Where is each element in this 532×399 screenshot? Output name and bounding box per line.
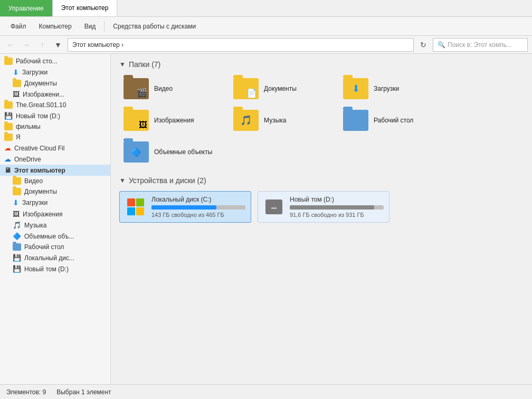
music-icon: 🎵: [13, 221, 21, 229]
win-q2: [136, 198, 144, 206]
drive-icon: 💾: [4, 112, 13, 120]
drive-d-name: Новый том (D:): [290, 196, 384, 203]
folder-images[interactable]: 🖼 Изображения: [119, 107, 225, 134]
onedrive-icon: ☁: [4, 155, 11, 163]
devices-section-title: ▼ Устройства и диски (2): [119, 176, 524, 185]
chevron-icon: ▼: [119, 177, 126, 184]
ribbon-file[interactable]: Файл: [4, 21, 33, 32]
sidebar-item-images[interactable]: 🖼 Изображени...: [0, 89, 110, 100]
download-folder-icon: ⬇: [343, 78, 368, 99]
tab-upravlenie[interactable]: Управление: [0, 0, 53, 16]
sidebar-item-new-volume-d[interactable]: 💾 Новый том (D:): [0, 110, 110, 121]
drive-d-bar-fill: [290, 205, 374, 210]
folders-grid: 🎬 Видео 📄 Документы ⬇ Загрузки: [119, 75, 524, 166]
sidebar-item-documents[interactable]: Документы: [0, 78, 110, 89]
drive-c-bar-fill: [151, 205, 216, 210]
image-icon: 🖼: [13, 210, 20, 218]
drive-d[interactable]: Новый том (D:) 91,6 ГБ свободно из 931 Г…: [258, 191, 390, 223]
title-bar-tabs: Управление Этот компьютер: [0, 0, 532, 16]
drive-d-header: Новый том (D:) 91,6 ГБ свободно из 931 Г…: [263, 196, 384, 218]
ribbon-disk-tools[interactable]: Средства работы с дисками: [107, 21, 202, 32]
sidebar-item-desktop[interactable]: Рабочий сто...: [0, 56, 110, 66]
drive-icon: 💾: [13, 265, 21, 273]
folders-section-title: ▼ Папки (7): [119, 60, 524, 69]
drive-d-bar-bg: [290, 205, 384, 210]
download-icon: ⬇: [13, 198, 19, 207]
sidebar-item-downloads2[interactable]: ⬇ Загрузки: [0, 197, 110, 208]
search-icon: 🔍: [438, 41, 445, 49]
sidebar-item-creative-cloud[interactable]: ☁ Creative Cloud Fil: [0, 142, 110, 154]
folder-3d[interactable]: 🔷 Объемные объекты: [119, 138, 225, 166]
folder-desktop[interactable]: Рабочий стол: [339, 107, 444, 134]
image-folder-icon: 🖼: [124, 110, 149, 131]
drive-c[interactable]: Локальный диск (C:) 143 ГБ свободно из 4…: [119, 191, 251, 223]
folder-music[interactable]: 🎵 Музыка: [229, 107, 335, 134]
desktop-folder-icon: [13, 243, 21, 251]
local-disk-icon: 💾: [13, 254, 21, 262]
sidebar-item-images2[interactable]: 🖼 Изображения: [0, 208, 110, 220]
3d-icon: 🔷: [13, 232, 21, 240]
sidebar-item-new-volume2[interactable]: 💾 Новый том (D:): [0, 263, 110, 274]
sidebar-item-desktop2[interactable]: Рабочий стол: [0, 242, 110, 252]
title-bar: Управление Этот компьютер: [0, 0, 532, 17]
drive-c-bar-bg: [151, 205, 245, 210]
refresh-button[interactable]: ↻: [417, 39, 430, 51]
download-icon: ⬇: [13, 68, 19, 77]
sidebar-item-downloads[interactable]: ⬇ Загрузки: [0, 66, 110, 78]
folder-icon: [4, 123, 13, 130]
tab-this-pc[interactable]: Этот компьютер: [53, 0, 118, 16]
creative-cloud-icon: ☁: [4, 144, 11, 152]
folder-video[interactable]: 🎬 Видео: [119, 75, 225, 102]
video-folder-icon: 🎬: [124, 78, 149, 99]
ribbon: Файл Компьютер Вид Средства работы с дис…: [0, 17, 532, 36]
drive-c-header: Локальный диск (C:) 143 ГБ свободно из 4…: [125, 196, 245, 218]
folder-icon: [13, 80, 21, 87]
address-bar: ← → ↑ ▼ Этот компьютер › ↻ 🔍 Поиск в: Эт…: [0, 36, 532, 54]
sidebar-item-series[interactable]: The.Great.S01.10: [0, 100, 110, 110]
folder-icon: [4, 58, 13, 65]
image-icon: 🖼: [13, 90, 20, 98]
sidebar-item-local-disk[interactable]: 💾 Локальный дис...: [0, 252, 110, 263]
drive-d-icon: [263, 197, 284, 216]
drive-d-size: 91,6 ГБ свободно из 931 ГБ: [290, 212, 384, 218]
chevron-icon: ▼: [119, 61, 126, 68]
drive-c-icon: [125, 197, 146, 216]
win-q3: [127, 207, 135, 215]
music-folder-icon: 🎵: [233, 110, 259, 131]
sidebar-item-onedrive[interactable]: ☁ OneDrive: [0, 154, 110, 165]
drive-c-size: 143 ГБ свободно из 465 ГБ: [151, 212, 245, 218]
status-bar: Элементов: 9 Выбран 1 элемент: [0, 384, 532, 399]
desktop-folder-icon: [343, 110, 368, 131]
folder-icon: [13, 188, 21, 195]
folder-icon: [4, 134, 13, 141]
sidebar-item-video[interactable]: Видео: [0, 176, 110, 186]
sidebar-item-this-pc[interactable]: 🖥 Этот компьютер: [0, 165, 110, 176]
windows-logo: [127, 198, 144, 215]
computer-icon: 🖥: [4, 166, 11, 174]
drive-c-name: Локальный диск (C:): [151, 196, 245, 203]
sidebar-item-ya[interactable]: Я: [0, 132, 110, 142]
sidebar-item-docs2[interactable]: Документы: [0, 186, 110, 197]
ribbon-computer[interactable]: Компьютер: [33, 21, 78, 32]
ribbon-view[interactable]: Вид: [78, 21, 102, 32]
search-box[interactable]: 🔍 Поиск в: Этот компь...: [433, 38, 528, 52]
recent-button[interactable]: ▼: [52, 39, 64, 51]
drive-c-info: Локальный диск (C:) 143 ГБ свободно из 4…: [151, 196, 245, 218]
folder-documents[interactable]: 📄 Документы: [229, 75, 335, 102]
main-layout: Рабочий сто... ⬇ Загрузки Документы 🖼 Из…: [0, 54, 532, 384]
forward-button[interactable]: →: [20, 39, 33, 51]
back-button[interactable]: ←: [4, 39, 17, 51]
win-q4: [136, 207, 144, 215]
sidebar-item-films[interactable]: фильмы: [0, 121, 110, 132]
folder-downloads[interactable]: ⬇ Загрузки: [339, 75, 444, 102]
sidebar: Рабочий сто... ⬇ Загрузки Документы 🖼 Из…: [0, 54, 111, 384]
sidebar-item-3d[interactable]: 🔷 Объемные объ...: [0, 231, 110, 242]
status-elements: Элементов: 9: [6, 388, 46, 396]
3d-folder-icon: 🔷: [124, 141, 149, 163]
folder-icon: [13, 177, 21, 185]
up-button[interactable]: ↑: [36, 39, 49, 51]
folder-icon: [4, 101, 13, 109]
hdd-icon: [265, 200, 282, 214]
address-path[interactable]: Этот компьютер ›: [68, 38, 414, 52]
sidebar-item-music[interactable]: 🎵 Музыка: [0, 220, 110, 231]
